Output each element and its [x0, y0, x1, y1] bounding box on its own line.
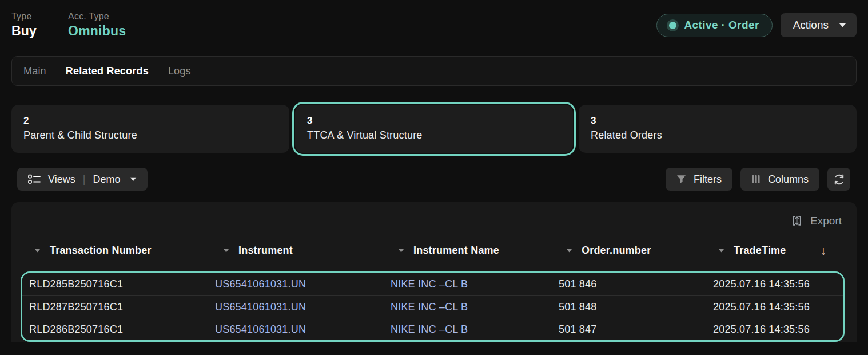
actions-button[interactable]: Actions: [781, 13, 857, 37]
acc-type-value: Omnibus: [68, 23, 126, 39]
column-header-label[interactable]: TradeTime: [734, 244, 786, 257]
selected-rows-group: RLD285B250716C1 US6541061031.UN NIKE INC…: [21, 271, 845, 342]
status-badge: Active · Order: [656, 14, 772, 37]
acc-type-block: Acc. Type Omnibus: [68, 11, 126, 39]
cell-order-number: 501 846: [559, 278, 713, 290]
table-row[interactable]: RLD285B250716C1 US6541061031.UN NIKE INC…: [22, 273, 843, 295]
cell-instrument-link[interactable]: US6541061031.UN: [215, 324, 391, 336]
column-header-label[interactable]: Order.number: [582, 244, 651, 257]
cell-instrument-name-link[interactable]: NIKE INC –CL B: [391, 324, 559, 336]
cell-instrument-name-link[interactable]: NIKE INC –CL B: [391, 278, 559, 290]
card-label: Parent & Child Structure: [23, 128, 277, 143]
column-header-label[interactable]: Transaction Number: [50, 244, 152, 257]
cell-order-number: 501 848: [559, 301, 713, 313]
column-menu-caret-icon[interactable]: [566, 249, 572, 253]
table-toolbar: Views | Demo Filters Columns: [17, 168, 850, 191]
column-header-label[interactable]: Instrument Name: [413, 244, 499, 257]
columns-button-label: Columns: [768, 173, 809, 186]
column-header-label[interactable]: Instrument: [238, 244, 293, 257]
current-view-name: Demo: [93, 173, 120, 186]
filters-button-label: Filters: [694, 173, 722, 186]
actions-button-label: Actions: [793, 19, 829, 31]
cell-transaction-number: RLD286B250716C1: [29, 324, 215, 336]
views-divider: |: [83, 173, 86, 186]
tab-bar: Main Related Records Logs: [11, 56, 857, 86]
type-block: Type Buy: [11, 11, 37, 39]
card-ttca-virtual-structure[interactable]: 3 TTCA & Virtual Structure: [295, 105, 573, 153]
cell-tradetime: 2025.07.16 14:35:56: [713, 278, 843, 290]
card-label: TTCA & Virtual Structure: [307, 128, 561, 143]
export-button[interactable]: Export: [791, 215, 842, 227]
chevron-down-icon: [130, 177, 137, 182]
cell-instrument-link[interactable]: US6541061031.UN: [215, 278, 391, 290]
card-count: 3: [307, 113, 561, 128]
vertical-bars-icon: [751, 175, 761, 184]
filters-button[interactable]: Filters: [666, 168, 732, 191]
status-badge-label: Active · Order: [684, 19, 759, 31]
column-header-order-number: Order.number: [566, 244, 718, 257]
cell-tradetime: 2025.07.16 14:35:56: [713, 301, 843, 313]
columns-button[interactable]: Columns: [740, 168, 819, 191]
type-value: Buy: [11, 23, 37, 39]
cell-tradetime: 2025.07.16 14:35:56: [713, 324, 843, 336]
cell-transaction-number: RLD287B250716C1: [29, 301, 215, 313]
meta-divider: [53, 14, 53, 38]
list-icon: [28, 174, 41, 184]
export-icon: [791, 215, 803, 227]
cell-instrument-name-link[interactable]: NIKE INC –CL B: [391, 301, 559, 313]
card-count: 2: [23, 113, 277, 128]
column-header-transaction-number: Transaction Number: [34, 244, 223, 257]
cell-transaction-number: RLD285B250716C1: [29, 278, 215, 290]
record-meta: Type Buy Acc. Type Omnibus: [11, 11, 126, 39]
cell-order-number: 501 847: [559, 324, 713, 336]
table-row[interactable]: RLD287B250716C1 US6541061031.UN NIKE INC…: [22, 295, 843, 318]
cell-instrument-link[interactable]: US6541061031.UN: [215, 301, 391, 313]
chevron-down-icon: [839, 23, 846, 27]
card-related-orders[interactable]: 3 Related Orders: [579, 105, 857, 153]
export-row: Export: [11, 202, 857, 230]
type-label: Type: [11, 11, 37, 22]
tab-related-records[interactable]: Related Records: [66, 65, 149, 77]
column-header-tradetime: TradeTime ↓: [718, 244, 857, 258]
card-parent-child-structure[interactable]: 2 Parent & Child Structure: [11, 105, 289, 153]
column-menu-caret-icon[interactable]: [398, 249, 404, 253]
column-menu-caret-icon[interactable]: [718, 249, 724, 253]
tab-main[interactable]: Main: [23, 65, 46, 77]
column-header-instrument-name: Instrument Name: [398, 244, 566, 257]
column-menu-caret-icon[interactable]: [34, 249, 41, 253]
acc-type-label: Acc. Type: [68, 11, 126, 22]
funnel-icon: [676, 175, 686, 184]
table-header-row: Transaction Number Instrument Instrument…: [11, 230, 857, 271]
related-records-table-panel: Export Transaction Number Instrument Ins…: [11, 202, 857, 342]
toolbar-right-group: Filters Columns: [666, 168, 850, 191]
tab-logs[interactable]: Logs: [168, 65, 191, 77]
refresh-button[interactable]: [827, 168, 850, 191]
card-count: 3: [591, 113, 845, 128]
page-header: Type Buy Acc. Type Omnibus Active · Orde…: [0, 0, 868, 39]
views-selector[interactable]: Views | Demo: [17, 168, 148, 191]
sort-descending-icon[interactable]: ↓: [821, 244, 827, 258]
related-record-cards: 2 Parent & Child Structure 3 TTCA & Virt…: [11, 105, 857, 153]
views-label: Views: [48, 173, 75, 186]
table-row[interactable]: RLD286B250716C1 US6541061031.UN NIKE INC…: [22, 318, 843, 340]
card-label: Related Orders: [591, 128, 845, 143]
export-label: Export: [810, 215, 842, 227]
column-menu-caret-icon[interactable]: [223, 249, 229, 253]
status-dot-icon: [669, 22, 676, 29]
header-actions: Active · Order Actions: [656, 13, 857, 37]
column-header-instrument: Instrument: [223, 244, 398, 257]
refresh-icon: [833, 173, 845, 186]
